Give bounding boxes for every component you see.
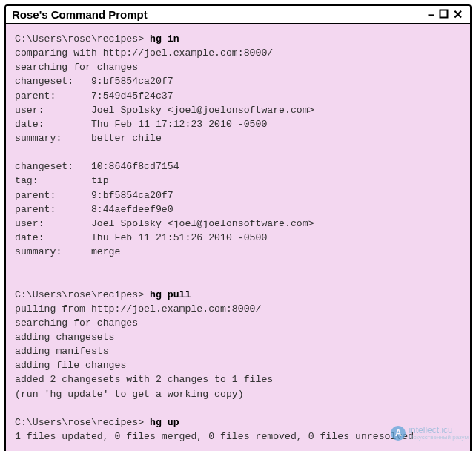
output-line: pulling from http://joel.example.com:800… <box>15 303 261 315</box>
command-prompt-window: Rose's Command Prompt – ✕ C:\Users\rose\… <box>4 4 472 451</box>
command-text: hg in <box>150 33 179 45</box>
output-line: user: Joel Spolsky <joel@joelonsoftware.… <box>15 218 314 229</box>
output-line: searching for changes <box>15 62 138 73</box>
prompt-line: C:\Users\rose\recipes> hg in <box>15 33 179 45</box>
output-line: 1 files updated, 0 files merged, 0 files… <box>15 431 414 442</box>
maximize-icon <box>439 9 449 19</box>
output-line: changeset: 10:8646f8cd7154 <box>15 161 179 172</box>
output-line: adding changesets <box>15 332 115 343</box>
output-line: added 2 changesets with 2 changes to 1 f… <box>15 374 273 385</box>
output-line: comparing with http://joel.example.com:8… <box>15 47 273 59</box>
output-line: parent: 9:bf5854ca20f7 <box>15 190 173 201</box>
maximize-button[interactable] <box>437 8 450 22</box>
minimize-button[interactable]: – <box>426 8 436 22</box>
output-line: tag: tip <box>15 175 109 186</box>
prompt-path: C:\Users\rose\recipes> <box>15 289 144 300</box>
command-text: hg up <box>150 417 179 428</box>
output-line: changeset: 9:bf5854ca20f7 <box>15 76 173 87</box>
prompt-path: C:\Users\rose\recipes> <box>15 417 144 428</box>
prompt-line: C:\Users\rose\recipes> hg pull <box>15 289 191 300</box>
close-button[interactable]: ✕ <box>452 7 464 22</box>
output-line: parent: 8:44aefdeef9e0 <box>15 204 173 215</box>
command-text: hg pull <box>150 289 191 300</box>
terminal-output[interactable]: C:\Users\rose\recipes> hg in comparing w… <box>6 24 470 451</box>
output-line: summary: better chile <box>15 133 162 144</box>
prompt-line: C:\Users\rose\recipes> hg up <box>15 417 179 428</box>
output-line: searching for changes <box>15 317 138 329</box>
output-line: summary: merge <box>15 246 120 257</box>
output-line: parent: 7:549d45f24c37 <box>15 90 173 102</box>
output-line: (run 'hg update' to get a working copy) <box>15 389 244 400</box>
output-line: date: Thu Feb 11 21:51:26 2010 -0500 <box>15 232 267 243</box>
output-line: adding manifests <box>15 346 109 357</box>
prompt-path: C:\Users\rose\recipes> <box>15 33 144 45</box>
window-controls: – ✕ <box>426 7 464 22</box>
output-line: date: Thu Feb 11 17:12:23 2010 -0500 <box>15 119 267 130</box>
output-line: user: Joel Spolsky <joel@joelonsoftware.… <box>15 105 314 116</box>
output-line: adding file changes <box>15 360 126 371</box>
titlebar[interactable]: Rose's Command Prompt – ✕ <box>6 6 470 24</box>
window-title: Rose's Command Prompt <box>12 8 148 21</box>
svg-rect-0 <box>440 10 448 17</box>
